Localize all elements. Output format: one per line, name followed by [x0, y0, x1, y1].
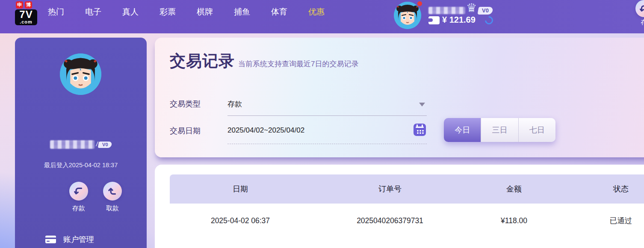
logo-main: 7V .com: [15, 9, 37, 25]
date-field-underline: [227, 144, 427, 144]
transaction-filter-card: 交易记录 当前系统支持查询最近7日的交易记录 交易类型 存款 交易日期 2025…: [155, 38, 644, 157]
logo-badges: 申 博: [16, 1, 52, 9]
nav-item-cards[interactable]: 棋牌: [197, 6, 213, 18]
col-header-order: 订单号: [311, 174, 469, 204]
brand-logo[interactable]: 申 博 7V .com: [15, 1, 52, 25]
nav-user-cluster: ♛ V0 ¥ 121.69: [516, 0, 644, 33]
range-7day-button[interactable]: 七日: [519, 118, 555, 142]
sidebar-item-account[interactable]: 账户管理: [45, 234, 94, 245]
transaction-table: 日期 订单号 金额 状态 2025-04-02 06:37 2025040206…: [170, 174, 644, 238]
transaction-date-label: 交易日期: [170, 126, 201, 136]
quick-deposit-label: 存: [634, 18, 644, 27]
col-header-status: 状态: [559, 174, 644, 204]
vip-crown-icon: ♛: [466, 1, 477, 15]
table-header-row: 日期 订单号 金额 状态: [170, 174, 644, 204]
type-field-underline: [227, 115, 427, 116]
nav-item-promotions[interactable]: 优惠: [308, 6, 325, 18]
vip-level-badge: V0: [477, 7, 493, 15]
cell-status: 已通过: [559, 204, 644, 238]
sidebar-user-row: /V0: [15, 140, 147, 149]
user-avatar[interactable]: [394, 2, 421, 29]
avatar-illustration: [394, 2, 421, 29]
notification-dot: [417, 1, 422, 6]
deposit-arrow-icon: [74, 186, 84, 196]
transaction-type-label: 交易类型: [170, 99, 201, 109]
nav-item-lottery[interactable]: 彩票: [160, 6, 176, 18]
sidebar-avatar[interactable]: [60, 53, 101, 95]
cell-date: 2025-04-02 06:37: [170, 204, 311, 238]
date-range-input[interactable]: 2025/04/02~2025/04/02: [227, 126, 304, 135]
page-subtitle: 当前系统支持查询最近7日的交易记录: [238, 59, 358, 69]
nav-item-slots[interactable]: 电子: [85, 6, 101, 18]
quick-deposit-float[interactable]: 存: [634, 0, 644, 27]
logo-brand-text: 7V: [17, 9, 35, 20]
logo-badge-1: 申: [16, 1, 23, 9]
nav-item-live[interactable]: 真人: [122, 6, 139, 18]
username-blurred: [428, 7, 465, 14]
range-3day-button[interactable]: 三日: [481, 118, 518, 142]
sidebar-item-label: 账户管理: [63, 234, 94, 245]
nav-item-fishing[interactable]: 捕鱼: [234, 6, 250, 18]
col-header-date: 日期: [170, 174, 311, 204]
transaction-table-card: 日期 订单号 金额 状态 2025-04-02 06:37 2025040206…: [155, 165, 644, 248]
cell-order-number: 2025040206379731: [311, 204, 469, 238]
last-login-text: 最后登入2025-04-02 18:37: [15, 161, 147, 169]
logo-badge-2: 博: [25, 1, 32, 9]
quick-deposit-icon: [635, 0, 644, 17]
top-nav: 申 博 7V .com 热门 电子 真人 彩票 棋牌 捕鱼 体育 优惠: [0, 0, 644, 33]
bank-card-icon: [45, 235, 56, 244]
sidebar: /V0 最后登入2025-04-02 18:37 存款 取款: [15, 38, 147, 248]
refresh-balance-icon[interactable]: [483, 15, 495, 26]
page-title: 交易记录: [170, 50, 235, 72]
avatar-illustration: [60, 53, 101, 95]
date-range-button-group: 今日 三日 七日: [444, 118, 555, 142]
nav-item-sports[interactable]: 体育: [271, 6, 287, 18]
sidebar-vip-badge: V0: [97, 142, 112, 148]
deposit-circle-icon: [69, 182, 88, 201]
transaction-type-select[interactable]: 存款: [227, 99, 242, 109]
col-header-amount: 金额: [469, 174, 559, 204]
table-row[interactable]: 2025-04-02 06:37 2025040206379731 ¥118.0…: [170, 204, 644, 238]
nav-item-hot[interactable]: 热门: [48, 6, 64, 18]
withdraw-label: 取款: [100, 204, 125, 213]
sidebar-withdraw-button[interactable]: 取款: [100, 182, 125, 213]
calendar-icon[interactable]: [414, 124, 426, 136]
range-today-button[interactable]: 今日: [444, 118, 481, 142]
title-row: 交易记录 当前系统支持查询最近7日的交易记录: [170, 50, 358, 72]
balance-amount: ¥ 121.69: [442, 15, 476, 25]
withdraw-circle-icon: [103, 182, 122, 201]
chevron-down-icon[interactable]: [419, 103, 425, 106]
withdraw-arrow-icon: [107, 186, 118, 196]
cell-amount: ¥118.00: [469, 204, 559, 238]
page: 申 博 7V .com 热门 电子 真人 彩票 棋牌 捕鱼 体育 优惠: [0, 0, 644, 248]
sidebar-deposit-button[interactable]: 存款: [66, 182, 92, 213]
wallet-icon: [428, 16, 440, 24]
sidebar-username-blurred: [50, 140, 95, 149]
logo-suffix-text: .com: [17, 20, 35, 24]
deposit-label: 存款: [66, 204, 92, 213]
nav-menu: 热门 电子 真人 彩票 棋牌 捕鱼 体育 优惠: [48, 0, 325, 24]
deposit-arrow-icon: [639, 4, 644, 13]
